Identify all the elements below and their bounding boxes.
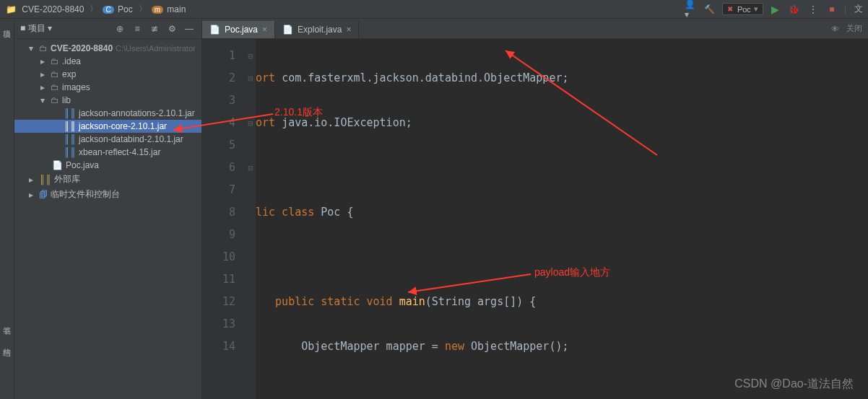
watermark: CSDN @Dao-道法自然 [734,377,854,392]
editor-corner: 👁 关闭 [831,23,862,34]
tree-jar3[interactable]: ║║jackson-databind-2.10.1.jar [14,133,201,146]
tab-exploit[interactable]: 📄Exploit.java× [275,21,359,38]
error-icon: ✖ [727,5,733,13]
sidebar-header: ■ 项目 ▾ ⊕ ≡ ≢ ⚙ — [14,19,201,39]
tab-poc[interactable]: 📄Poc.java× [202,21,275,38]
gear-icon[interactable]: ⚙ [165,22,178,35]
close-icon[interactable]: × [346,25,351,35]
breadcrumb: 📁 CVE-2020-8840 〉 C Poc 〉 m main [3,3,188,15]
tree-exp[interactable]: ▸🗀exp [14,68,201,81]
line-gutter: 123 45 678 91011 121314 [202,39,246,399]
breadcrumb-project[interactable]: 📁 CVE-2020-8840 [3,4,87,14]
tree-images[interactable]: ▸🗀images [14,81,201,94]
tree-idea[interactable]: ▸🗀.idea [14,55,201,68]
editor-area: 📄Poc.java× 📄Exploit.java× 👁 关闭 123 45 67… [202,19,868,399]
breadcrumb-method[interactable]: m main [150,4,189,14]
fold-column: ⊟⊟ ⊟⊟ [246,39,256,399]
toolbar-right: 👤▾ 🔨 ✖ Poc ▾ ▶ 🐞 ⋮ ■ | 文 [685,3,865,16]
collapse-icon[interactable]: ≡ [131,22,144,35]
debug-icon[interactable]: 🐞 [788,3,801,16]
code-text[interactable]: ort com.fasterxml.jackson.databind.Objec… [256,39,868,399]
translate-icon[interactable]: 文 [852,3,865,16]
breadcrumb-sep: 〉 [88,3,100,15]
java-file-icon: 📄 [209,25,220,35]
editor-tabs: 📄Poc.java× 📄Exploit.java× [202,19,868,39]
tree-external[interactable]: ▸║║外部库 [14,172,201,187]
breadcrumb-sep: 〉 [137,3,149,15]
eye-icon[interactable]: 👁 [831,25,839,33]
project-panel-title: ■ 项目 ▾ [20,22,52,35]
tree-scratch[interactable]: ▸🗐临时文件和控制台 [14,187,201,202]
project-tree: ▾🗀CVE-2020-8840C:\Users\Administrator ▸🗀… [14,39,201,205]
run-icon[interactable]: ▶ [769,3,782,16]
java-file-icon: 📄 [282,25,293,35]
stop-icon[interactable]: ■ [825,3,838,16]
run-config-selector[interactable]: ✖ Poc ▾ [722,3,763,15]
top-bar: 📁 CVE-2020-8840 〉 C Poc 〉 m main 👤▾ 🔨 ✖ … [0,0,868,19]
target-icon[interactable]: ⊕ [113,22,126,35]
tree-jar4[interactable]: ║║xbean-reflect-4.15.jar [14,146,201,159]
close-editor-label[interactable]: 关闭 [846,23,862,34]
tree-root[interactable]: ▾🗀CVE-2020-8840C:\Users\Administrator [14,42,201,55]
user-icon[interactable]: 👤▾ [685,3,698,16]
close-icon[interactable]: × [262,25,267,35]
more-icon[interactable]: ⋮ [807,3,820,16]
project-sidebar: ■ 项目 ▾ ⊕ ≡ ≢ ⚙ — ▾🗀CVE-2020-8840C:\Users… [14,19,202,399]
hammer-icon[interactable]: 🔨 [703,3,716,16]
left-tool-gutter: 项目 书签 结构 [0,19,14,399]
tree-poc[interactable]: 📄Poc.java [14,159,201,172]
expand-icon[interactable]: ≢ [148,22,161,35]
tree-jar2-selected[interactable]: ║║jackson-core-2.10.1.jar [14,120,201,133]
tree-lib[interactable]: ▾🗀lib [14,94,201,107]
editor-body: 123 45 678 91011 121314 ⊟⊟ ⊟⊟ ort com.fa… [202,39,868,399]
breadcrumb-class[interactable]: C Poc [101,4,135,14]
hide-icon[interactable]: — [183,22,196,35]
tree-jar1[interactable]: ║║jackson-annotations-2.10.1.jar [14,107,201,120]
